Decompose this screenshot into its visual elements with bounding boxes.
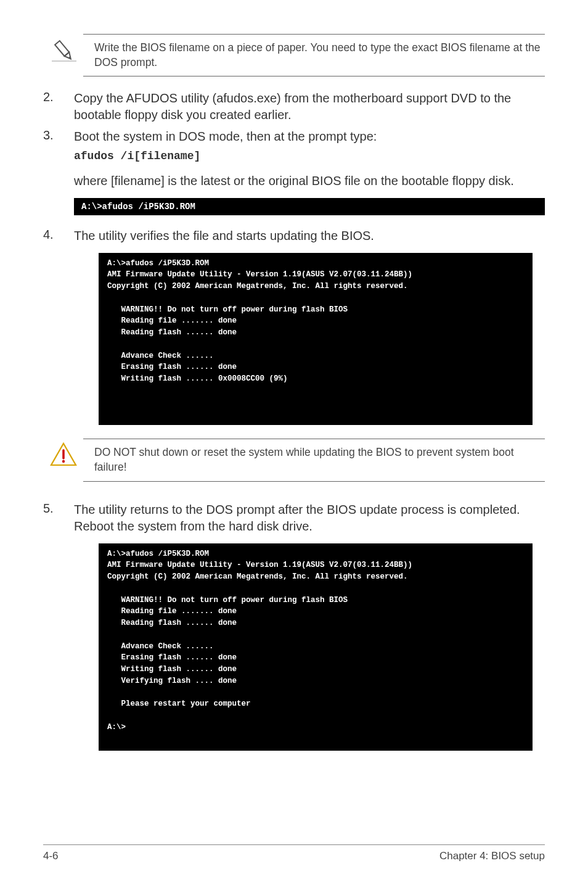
step-4: 4. The utility verifies the file and sta… <box>43 228 545 244</box>
command-text: afudos /i[filename] <box>74 149 545 163</box>
step-body: Copy the AFUDOS utility (afudos.exe) fro… <box>74 90 545 123</box>
svg-marker-2 <box>65 52 73 61</box>
terminal-output-3: A:\>afudos /iP5K3D.ROM AMI Firmware Upda… <box>99 543 533 751</box>
note-text: Write the BIOS filename on a piece of pa… <box>83 34 545 76</box>
chapter-label: Chapter 4: BIOS setup <box>439 850 545 862</box>
svg-point-6 <box>62 460 65 463</box>
step-3: 3. Boot the system in DOS mode, then at … <box>43 128 545 163</box>
step-5: 5. The utility returns to the DOS prompt… <box>43 501 545 535</box>
step-body: Boot the system in DOS mode, then at the… <box>74 128 545 163</box>
page-footer: 4-6 Chapter 4: BIOS setup <box>43 844 545 862</box>
note-block: Write the BIOS filename on a piece of pa… <box>43 34 545 76</box>
step-number: 3. <box>43 128 74 163</box>
step-text: Boot the system in DOS mode, then at the… <box>74 130 377 143</box>
pencil-icon <box>49 34 83 65</box>
terminal-output-2: A:\>afudos /iP5K3D.ROM AMI Firmware Upda… <box>99 253 533 426</box>
warning-icon <box>49 439 83 470</box>
step-number: 4. <box>43 228 74 244</box>
step-2: 2. Copy the AFUDOS utility (afudos.exe) … <box>43 90 545 123</box>
step-number: 2. <box>43 90 74 123</box>
terminal-output-1: A:\>afudos /iP5K3D.ROM <box>74 198 545 215</box>
step-subtext: where [filename] is the latest or the or… <box>74 173 545 189</box>
page-number: 4-6 <box>43 850 59 862</box>
step-number: 5. <box>43 501 74 535</box>
caution-text: DO NOT shut down or reset the system whi… <box>83 439 545 481</box>
step-body: The utility verifies the file and starts… <box>74 228 545 244</box>
caution-block: DO NOT shut down or reset the system whi… <box>43 439 545 481</box>
step-body: The utility returns to the DOS prompt af… <box>74 501 545 535</box>
